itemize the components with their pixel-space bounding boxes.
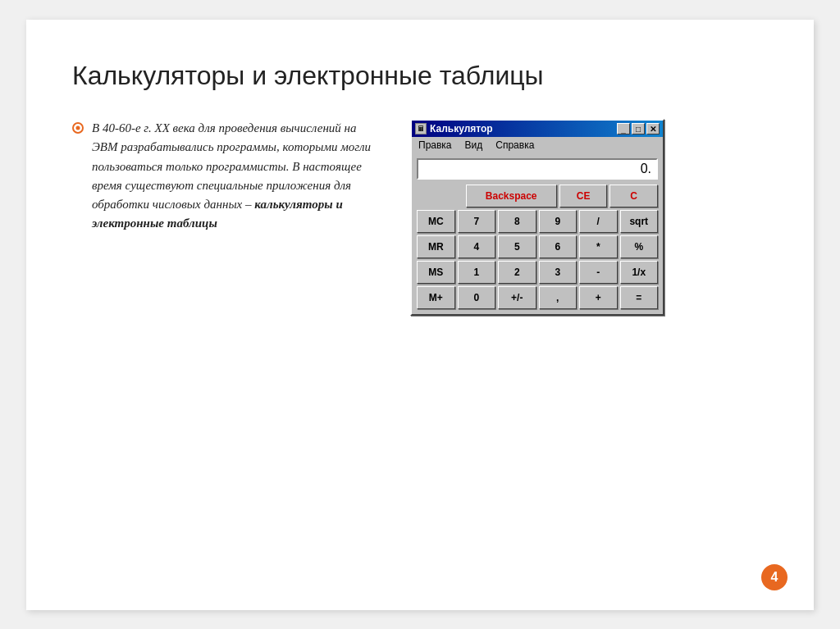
calc-buttons: Backspace CE C MC 7 8 9 / sqrt <box>417 185 658 309</box>
calc-btn-decimal[interactable]: , <box>539 286 578 309</box>
calc-btn-minus[interactable]: - <box>579 261 618 284</box>
menu-vid[interactable]: Вид <box>462 139 486 152</box>
calc-btn-spacer1 <box>417 185 463 207</box>
calc-row-1: Backspace CE C <box>417 185 658 207</box>
calc-btn-backspace[interactable]: Backspace <box>466 185 557 207</box>
calc-btn-mr[interactable]: MR <box>417 235 455 258</box>
calc-btn-percent[interactable]: % <box>620 235 659 258</box>
calc-row-5: M+ 0 +/- , + = <box>417 286 658 309</box>
menubar: Правка Вид Справка <box>412 137 663 153</box>
calc-btn-4[interactable]: 4 <box>458 235 496 258</box>
calc-btn-c[interactable]: C <box>609 185 658 207</box>
text-column: В 40-60-е г. XX века для проведения вычи… <box>72 119 384 570</box>
calc-btn-6[interactable]: 6 <box>539 235 578 258</box>
calc-btn-divide[interactable]: / <box>579 210 618 233</box>
maximize-button[interactable]: □ <box>632 123 645 134</box>
slide: Калькуляторы и электронные таблицы В 40-… <box>26 20 814 610</box>
calc-btn-8[interactable]: 8 <box>498 210 536 233</box>
slide-title: Калькуляторы и электронные таблицы <box>72 59 768 93</box>
calc-btn-sqrt[interactable]: sqrt <box>620 210 659 233</box>
calc-btn-multiply[interactable]: * <box>579 235 618 258</box>
bullet-text: В 40-60-е г. XX века для проведения вычи… <box>92 119 384 234</box>
calc-btn-7[interactable]: 7 <box>458 210 496 233</box>
calc-btn-equals[interactable]: = <box>620 286 659 309</box>
calc-btn-ce[interactable]: CE <box>559 185 608 207</box>
calc-btn-plus[interactable]: + <box>579 286 618 309</box>
minimize-button[interactable]: _ <box>617 123 630 134</box>
calc-btn-reciprocal[interactable]: 1/x <box>620 261 659 284</box>
calc-title-text: Калькулятор <box>430 123 614 134</box>
calc-body: 0. Backspace CE C MC 7 <box>412 153 663 314</box>
calculator-column: 🖩 Калькулятор _ □ ✕ Правка Вид Справка <box>410 119 664 570</box>
close-button[interactable]: ✕ <box>646 123 660 134</box>
calc-btn-3[interactable]: 3 <box>539 261 578 284</box>
calc-row-4: MS 1 2 3 - 1/x <box>417 261 658 284</box>
calc-title-icon: 🖩 <box>415 123 427 134</box>
calc-btn-sign[interactable]: +/- <box>498 286 536 309</box>
calc-btn-5[interactable]: 5 <box>498 235 536 258</box>
calc-btn-2[interactable]: 2 <box>498 261 536 284</box>
slide-content: В 40-60-е г. XX века для проведения вычи… <box>72 119 768 570</box>
calc-row-2: MC 7 8 9 / sqrt <box>417 210 658 233</box>
calc-btn-mplus[interactable]: M+ <box>417 286 455 309</box>
bullet-item: В 40-60-е г. XX века для проведения вычи… <box>72 119 384 234</box>
calc-btn-1[interactable]: 1 <box>458 261 496 284</box>
calc-display: 0. <box>417 158 658 180</box>
page-number: 4 <box>761 564 788 590</box>
titlebar-buttons: _ □ ✕ <box>617 123 660 134</box>
menu-spravka[interactable]: Справка <box>492 139 537 152</box>
menu-pravka[interactable]: Правка <box>415 139 455 152</box>
titlebar: 🖩 Калькулятор _ □ ✕ <box>412 121 663 137</box>
calculator-window: 🖩 Калькулятор _ □ ✕ Правка Вид Справка <box>410 119 664 316</box>
bullet-icon <box>72 122 84 134</box>
calc-btn-ms[interactable]: MS <box>417 261 455 284</box>
calc-btn-0[interactable]: 0 <box>458 286 496 309</box>
calc-row-3: MR 4 5 6 * % <box>417 235 658 258</box>
calc-btn-9[interactable]: 9 <box>539 210 578 233</box>
calc-btn-mc[interactable]: MC <box>417 210 455 233</box>
